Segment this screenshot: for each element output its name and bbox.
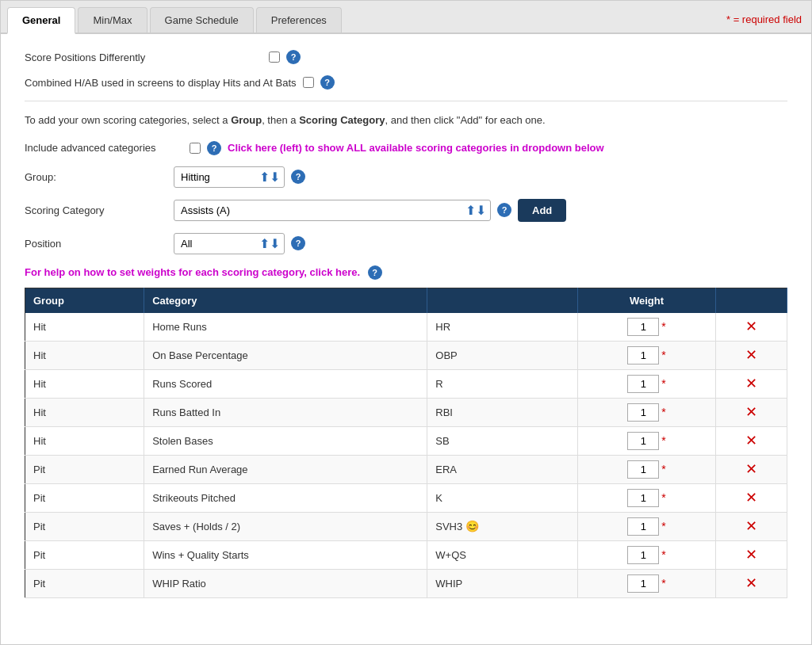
required-star: *: [661, 320, 665, 333]
required-star: *: [661, 406, 665, 418]
table-row: HitRuns ScoredR*✕: [25, 369, 787, 398]
cell-delete: ✕: [715, 569, 787, 597]
col-abbr: [427, 288, 578, 313]
delete-row-button[interactable]: ✕: [724, 375, 779, 392]
weight-input[interactable]: [627, 574, 659, 593]
score-positions-checkbox[interactable]: [269, 52, 280, 63]
cell-group: Pit: [25, 540, 144, 569]
delete-row-button[interactable]: ✕: [724, 403, 779, 421]
cell-weight: *: [578, 341, 716, 369]
cell-group: Pit: [25, 455, 144, 483]
weight-input[interactable]: [627, 546, 659, 564]
cell-group: Hit: [25, 426, 144, 455]
tab-bar: General Min/Max Game Schedule Preference…: [1, 1, 811, 34]
scoring-category-select[interactable]: Assists (A): [174, 200, 491, 221]
content-area: Score Positions Differently ? Combined H…: [1, 34, 811, 614]
cell-group: Pit: [25, 569, 144, 597]
combined-hab-row: Combined H/AB used in screens to display…: [25, 75, 787, 90]
advanced-categories-checkbox[interactable]: [190, 143, 201, 154]
cell-group: Hit: [25, 313, 144, 342]
col-category: Category: [144, 288, 427, 313]
weight-input[interactable]: [627, 403, 659, 422]
required-star: *: [661, 377, 665, 390]
delete-row-button[interactable]: ✕: [724, 574, 779, 592]
cell-category: Home Runs: [144, 313, 427, 342]
weight-input[interactable]: [627, 432, 659, 450]
weights-help-link[interactable]: For help on how to set weights for each …: [25, 266, 360, 278]
cell-category: Strikeouts Pitched: [144, 483, 427, 512]
group-select[interactable]: Hitting: [174, 166, 285, 188]
cell-category: Runs Batted In: [144, 398, 427, 426]
tab-general[interactable]: General: [7, 7, 75, 34]
cell-category: Runs Scored: [144, 369, 427, 398]
cell-delete: ✕: [715, 398, 787, 426]
advanced-help-icon[interactable]: ?: [207, 141, 221, 155]
delete-row-button[interactable]: ✕: [724, 489, 779, 506]
cell-category: Wins + Quality Starts: [144, 540, 427, 569]
required-star: *: [661, 491, 665, 504]
weight-input[interactable]: [627, 346, 659, 364]
weight-input[interactable]: [627, 375, 659, 393]
delete-row-button[interactable]: ✕: [724, 460, 779, 478]
delete-row-button[interactable]: ✕: [724, 517, 779, 535]
cell-group: Hit: [25, 341, 144, 369]
position-help-icon[interactable]: ?: [291, 236, 305, 250]
cell-abbr: R: [427, 369, 578, 398]
combined-hab-checkbox[interactable]: [303, 77, 314, 88]
table-row: HitRuns Batted InRBI*✕: [25, 398, 787, 426]
group-help-icon[interactable]: ?: [291, 170, 305, 184]
weight-input[interactable]: [627, 318, 659, 336]
advanced-categories-row: Include advanced categories ? Click here…: [25, 141, 787, 155]
delete-row-button[interactable]: ✕: [724, 546, 779, 563]
required-star: *: [661, 463, 665, 475]
cell-category: Saves + (Holds / 2): [144, 512, 427, 540]
scoring-table: Group Category Weight HitHome RunsHR*✕Hi…: [25, 288, 787, 598]
required-note: * = required field: [726, 13, 802, 25]
cell-group: Hit: [25, 369, 144, 398]
scoring-help-icon[interactable]: ?: [497, 203, 511, 217]
table-row: PitEarned Run AverageERA*✕: [25, 455, 787, 483]
weight-input[interactable]: [627, 517, 659, 536]
cell-weight: *: [578, 426, 716, 455]
tab-game-schedule[interactable]: Game Schedule: [150, 7, 254, 32]
weight-input[interactable]: [627, 460, 659, 479]
col-weight: Weight: [578, 288, 716, 313]
scoring-category-label: Scoring Category: [25, 204, 167, 216]
combined-hab-help-icon[interactable]: ?: [320, 75, 335, 90]
delete-row-button[interactable]: ✕: [724, 432, 779, 449]
info-text-then: , then a: [262, 114, 299, 126]
cell-delete: ✕: [715, 512, 787, 540]
table-header-row: Group Category Weight: [25, 288, 787, 313]
cell-delete: ✕: [715, 341, 787, 369]
table-row: HitHome RunsHR*✕: [25, 313, 787, 342]
group-select-wrapper: Hitting ⬆⬇: [174, 166, 285, 188]
delete-row-button[interactable]: ✕: [724, 346, 779, 364]
advanced-categories-label: Include advanced categories: [25, 142, 183, 154]
delete-row-button[interactable]: ✕: [724, 318, 779, 335]
cell-delete: ✕: [715, 483, 787, 512]
cell-abbr: HR: [427, 313, 578, 342]
click-here-link[interactable]: Click here (left) to show ALL available …: [228, 142, 604, 154]
cell-abbr: ERA: [427, 455, 578, 483]
position-select[interactable]: All: [174, 233, 285, 254]
weight-input[interactable]: [627, 489, 659, 507]
cell-abbr: RBI: [427, 398, 578, 426]
table-row: HitOn Base PercentageOBP*✕: [25, 341, 787, 369]
add-button[interactable]: Add: [518, 199, 566, 222]
score-positions-help-icon[interactable]: ?: [286, 50, 301, 64]
cell-group: Pit: [25, 512, 144, 540]
divider-1: [25, 101, 787, 101]
tab-preferences[interactable]: Preferences: [256, 7, 342, 32]
cell-abbr: WHIP: [427, 569, 578, 597]
required-star: *: [661, 577, 665, 590]
weights-help-icon[interactable]: ?: [368, 265, 382, 280]
tab-minmax[interactable]: Min/Max: [78, 7, 147, 32]
cell-weight: *: [578, 369, 716, 398]
cell-weight: *: [578, 512, 716, 540]
col-delete: [715, 288, 787, 313]
cell-abbr: SVH3 😊: [427, 512, 578, 540]
cell-category: WHIP Ratio: [144, 569, 427, 597]
cell-category: On Base Percentage: [144, 341, 427, 369]
score-positions-label: Score Positions Differently: [25, 52, 262, 63]
info-scoring-strong: Scoring Category: [299, 114, 385, 126]
